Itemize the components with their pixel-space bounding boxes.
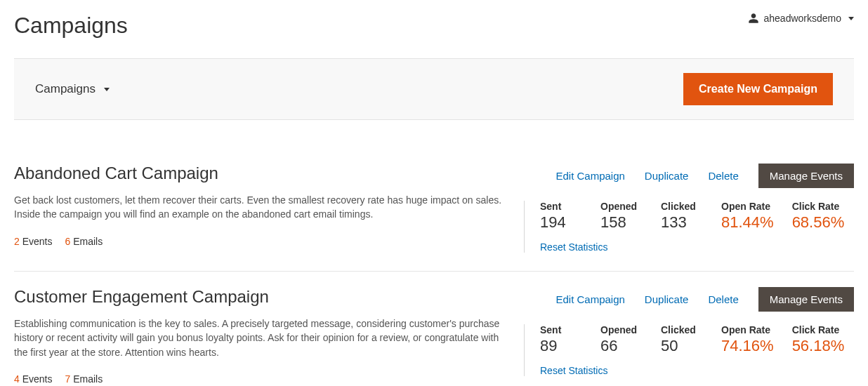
create-new-campaign-button[interactable]: Create New Campaign	[683, 73, 833, 105]
duplicate-link[interactable]: Duplicate	[645, 293, 689, 305]
stat-label: Click Rate	[792, 324, 845, 335]
stat-label: Click Rate	[792, 201, 845, 212]
campaign-description: Get back lost customers, let them recove…	[14, 193, 503, 222]
stat-value: 50	[661, 337, 703, 355]
stat-label: Opened	[600, 201, 643, 212]
stat-value: 194	[540, 213, 582, 232]
stat-label: Clicked	[661, 201, 703, 212]
caret-down-icon	[104, 88, 110, 91]
events-number: 4	[14, 373, 20, 385]
stat-label: Sent	[540, 324, 582, 335]
campaign-row: Abandoned Cart Campaign Get back lost cu…	[14, 148, 854, 272]
emails-label: Emails	[73, 236, 103, 247]
reset-statistics-link[interactable]: Reset Statistics	[540, 365, 607, 376]
stat-label: Open Rate	[721, 201, 774, 212]
events-label: Events	[22, 373, 53, 385]
stat-label: Sent	[540, 201, 582, 212]
stat-click-rate: Click Rate 68.56%	[792, 201, 845, 232]
stat-clicked: Clicked 50	[661, 324, 703, 355]
stat-sent: Sent 194	[540, 201, 582, 232]
campaign-title: Customer Engagement Campaign	[14, 287, 503, 307]
events-label: Events	[22, 236, 53, 247]
manage-events-button[interactable]: Manage Events	[758, 287, 854, 312]
dropdown-label: Campaigns	[35, 82, 96, 96]
stat-value: 74.16%	[721, 337, 774, 355]
delete-link[interactable]: Delete	[708, 170, 738, 182]
events-count: 2 Events	[14, 236, 53, 247]
toolbar: Campaigns Create New Campaign	[14, 58, 854, 120]
emails-label: Emails	[73, 373, 103, 385]
stat-value: 68.56%	[792, 213, 845, 232]
events-count: 4 Events	[14, 373, 53, 385]
emails-count: 6 Emails	[65, 236, 103, 247]
stat-value: 89	[540, 337, 582, 355]
stat-opened: Opened 158	[600, 201, 643, 232]
stat-sent: Sent 89	[540, 324, 582, 355]
stat-value: 56.18%	[792, 337, 845, 355]
events-number: 2	[14, 236, 20, 247]
stat-value: 81.44%	[721, 213, 774, 232]
caret-down-icon	[848, 17, 854, 20]
duplicate-link[interactable]: Duplicate	[645, 170, 689, 182]
delete-link[interactable]: Delete	[708, 293, 738, 305]
reset-statistics-link[interactable]: Reset Statistics	[540, 241, 607, 253]
campaign-row: Customer Engagement Campaign Establishin…	[14, 272, 854, 386]
emails-count: 7 Emails	[65, 373, 103, 385]
stat-label: Opened	[600, 324, 643, 335]
emails-number: 6	[65, 236, 71, 247]
stat-value: 158	[600, 213, 643, 232]
user-menu[interactable]: aheadworksdemo	[748, 13, 854, 24]
campaigns-dropdown[interactable]: Campaigns	[35, 82, 110, 96]
stat-open-rate: Open Rate 74.16%	[721, 324, 774, 355]
campaign-description: Establishing communication is the key to…	[14, 317, 503, 359]
stat-label: Clicked	[661, 324, 703, 335]
user-icon	[748, 13, 759, 24]
stat-clicked: Clicked 133	[661, 201, 703, 232]
edit-campaign-link[interactable]: Edit Campaign	[555, 293, 624, 305]
stat-opened: Opened 66	[600, 324, 643, 355]
stat-value: 66	[600, 337, 643, 355]
stat-click-rate: Click Rate 56.18%	[792, 324, 845, 355]
user-name: aheadworksdemo	[763, 13, 841, 24]
stat-label: Open Rate	[721, 324, 774, 335]
edit-campaign-link[interactable]: Edit Campaign	[555, 170, 624, 182]
stat-open-rate: Open Rate 81.44%	[721, 201, 774, 232]
stat-value: 133	[661, 213, 703, 232]
emails-number: 7	[65, 373, 71, 385]
manage-events-button[interactable]: Manage Events	[758, 164, 854, 188]
campaign-title: Abandoned Cart Campaign	[14, 164, 503, 183]
page-title: Campaigns	[14, 13, 128, 39]
